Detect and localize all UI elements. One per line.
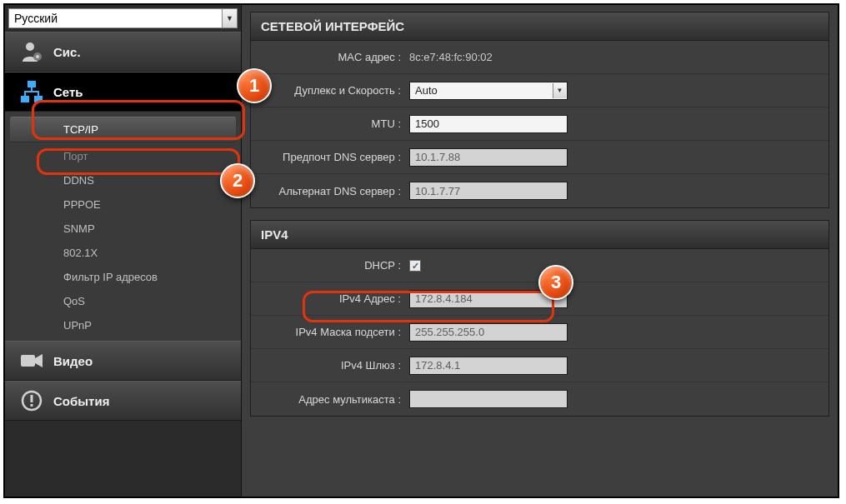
chevron-down-icon[interactable]: ▼ (222, 9, 237, 27)
app-frame: Русский ▼ Сис. Сеть TCP/IP Порт (3, 3, 839, 498)
submenu-upnp[interactable]: UPnP (5, 313, 241, 337)
svg-rect-9 (31, 404, 33, 407)
mtu-label: MTU : (251, 117, 409, 130)
sidebar-label-video: Видео (53, 354, 93, 368)
panel-ipv4: IPV4 DHCP : ✓ IPv4 Адрес : 172.8.4.184 I… (250, 220, 829, 417)
submenu-port[interactable]: Порт (5, 144, 241, 168)
ipv4-mask-input[interactable]: 255.255.255.0 (409, 323, 568, 342)
sidebar-label-network: Сеть (53, 85, 83, 99)
primary-dns-label: Предпочт DNS сервер : (251, 151, 409, 163)
alt-dns-label: Альтернат DNS сервер : (251, 185, 409, 197)
alt-dns-input[interactable]: 10.1.7.77 (409, 182, 568, 200)
sidebar-label-system: Сис. (53, 45, 81, 59)
main-content: СЕТЕВОЙ ИНТЕРФЕЙС MAC адрес : 8c:e7:48:f… (242, 5, 838, 497)
svg-rect-6 (21, 355, 35, 367)
svg-rect-3 (28, 82, 35, 87)
panel-title-ipv4: IPV4 (251, 221, 828, 249)
duplex-label: Дуплекс и Скорость : (251, 84, 409, 97)
svg-point-0 (26, 42, 34, 51)
submenu-pppoe[interactable]: PPPOE (5, 192, 241, 217)
duplex-select[interactable]: Auto ▼ (409, 82, 568, 100)
callout-3: 3 (538, 265, 573, 300)
sidebar: Русский ▼ Сис. Сеть TCP/IP Порт (5, 5, 242, 497)
user-gear-icon (18, 40, 45, 63)
ipv4-mask-label: IPv4 Маска подсети : (251, 326, 409, 338)
submenu-snmp[interactable]: SNMP (5, 217, 241, 241)
mtu-input[interactable]: 1500 (409, 115, 568, 133)
dhcp-label: DHCP : (251, 259, 409, 272)
sidebar-label-events: События (53, 394, 109, 408)
svg-rect-5 (35, 97, 42, 102)
submenu-ddns[interactable]: DDNS (5, 168, 241, 192)
svg-rect-4 (22, 97, 28, 102)
ipv4-gateway-label: IPv4 Шлюз : (251, 359, 409, 372)
sidebar-item-video[interactable]: Видео (5, 341, 241, 381)
mac-label: MAC адрес : (251, 51, 409, 63)
mac-value: 8c:e7:48:fc:90:02 (409, 51, 493, 63)
dhcp-checkbox[interactable]: ✓ (409, 260, 421, 272)
sidebar-item-network[interactable]: Сеть (5, 72, 241, 112)
submenu-qos[interactable]: QoS (5, 289, 241, 313)
ipv4-gateway-input[interactable]: 172.8.4.1 (409, 357, 568, 375)
submenu-tcpip[interactable]: TCP/IP (10, 117, 236, 142)
network-submenu: TCP/IP Порт DDNS PPPOE SNMP 802.1X Фильт… (5, 112, 241, 341)
network-icon (18, 80, 45, 103)
panel-network-interface: СЕТЕВОЙ ИНТЕРФЕЙС MAC адрес : 8c:e7:48:f… (250, 12, 829, 208)
submenu-ipfilter[interactable]: Фильтр IP адресов (5, 265, 241, 289)
alert-icon (18, 390, 45, 412)
language-value: Русский (9, 10, 222, 27)
svg-point-2 (36, 55, 39, 58)
callout-1: 1 (237, 68, 272, 103)
multicast-input[interactable] (409, 390, 568, 408)
panel-title-network: СЕТЕВОЙ ИНТЕРФЕЙС (251, 12, 828, 41)
callout-2: 2 (220, 163, 255, 198)
multicast-label: Адрес мультикаста : (251, 393, 409, 406)
primary-dns-input[interactable]: 10.1.7.88 (409, 148, 568, 167)
svg-rect-8 (31, 395, 33, 402)
duplex-value: Auto (415, 84, 438, 97)
language-select[interactable]: Русский ▼ (8, 8, 238, 28)
chevron-down-icon: ▼ (553, 83, 566, 98)
submenu-8021x[interactable]: 802.1X (5, 241, 241, 265)
ipv4-addr-label: IPv4 Адрес : (251, 292, 409, 305)
sidebar-item-events[interactable]: События (5, 381, 241, 421)
sidebar-item-system[interactable]: Сис. (5, 32, 241, 72)
video-camera-icon (18, 352, 45, 369)
